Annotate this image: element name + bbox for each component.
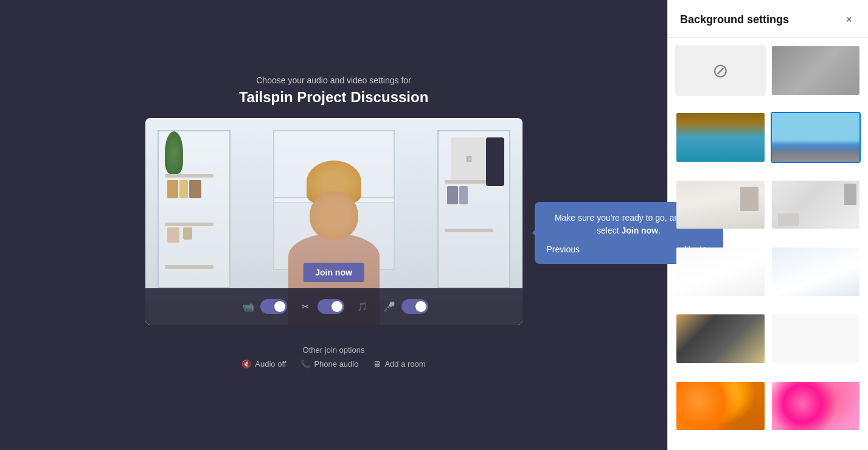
bg-option-bubbles[interactable] bbox=[675, 381, 766, 432]
phone-audio-label: Phone audio bbox=[314, 359, 358, 369]
object bbox=[167, 227, 179, 243]
add-room-icon: 🖥 bbox=[373, 359, 381, 369]
bg-option-white3[interactable] bbox=[771, 313, 861, 364]
bg-option-room1[interactable] bbox=[675, 179, 766, 230]
add-room-option[interactable]: 🖥 Add a room bbox=[373, 359, 425, 369]
mic-toggle[interactable] bbox=[401, 299, 428, 314]
book bbox=[459, 186, 468, 204]
blur-toggle[interactable] bbox=[318, 299, 344, 314]
shelf-left bbox=[158, 130, 231, 288]
shelf-plank bbox=[165, 265, 214, 269]
blur-thumbnail bbox=[772, 46, 860, 95]
person bbox=[273, 161, 395, 306]
previous-button[interactable]: Previous bbox=[547, 244, 580, 254]
video-icon: 📹 bbox=[240, 298, 257, 315]
bg-option-none[interactable]: ⊘ bbox=[675, 45, 766, 96]
join-now-button[interactable]: Join now bbox=[303, 263, 364, 282]
mic-icon: 🎤 bbox=[381, 298, 398, 315]
top-text: Choose your audio and video settings for… bbox=[239, 75, 429, 106]
office1-thumbnail bbox=[676, 113, 765, 162]
room1-thumbnail bbox=[676, 181, 765, 229]
pink-thumbnail bbox=[772, 382, 860, 431]
city-thumbnail bbox=[772, 113, 860, 162]
book bbox=[189, 180, 201, 198]
audio-off-option[interactable]: 🔇 Audio off bbox=[241, 359, 286, 369]
bg-option-blur[interactable] bbox=[771, 45, 861, 96]
object bbox=[183, 227, 192, 240]
video-control-group: 📹 bbox=[240, 298, 287, 315]
bg-option-pink[interactable] bbox=[771, 381, 861, 432]
noise-control-group: 🎵 bbox=[354, 298, 371, 315]
controls-bar: 📹 ✂ 🎵 🎤 bbox=[145, 288, 523, 325]
mic-control-group: 🎤 bbox=[381, 298, 428, 315]
phone-audio-icon: 📞 bbox=[300, 359, 310, 369]
picture-frame: 🖼 bbox=[451, 137, 487, 180]
video-toggle[interactable] bbox=[260, 299, 287, 314]
white3-thumbnail bbox=[772, 314, 860, 363]
audio-off-label: Audio off bbox=[255, 359, 286, 369]
video-preview-wrapper: 🖼 bbox=[145, 118, 523, 325]
bg-option-office1[interactable] bbox=[675, 112, 766, 163]
background-settings-sidebar: Background settings × ⊘ bbox=[667, 0, 868, 450]
shelf-plank bbox=[165, 174, 214, 178]
phone-audio-option[interactable]: 📞 Phone audio bbox=[300, 359, 358, 369]
bg-option-city[interactable] bbox=[771, 112, 861, 163]
book bbox=[167, 180, 178, 198]
bg-option-room2[interactable] bbox=[771, 179, 861, 230]
other-join-section: Other join options 🔇 Audio off 📞 Phone a… bbox=[241, 336, 425, 369]
no-background-icon: ⊘ bbox=[712, 59, 729, 82]
blur-icon: ✂ bbox=[297, 298, 314, 315]
meeting-title: Tailspin Project Discussion bbox=[239, 89, 429, 106]
bubbles-thumbnail bbox=[676, 382, 765, 431]
add-room-label: Add a room bbox=[384, 359, 425, 369]
open-office-thumbnail bbox=[676, 314, 765, 363]
shelf-right: 🖼 bbox=[437, 130, 510, 288]
white2-thumbnail bbox=[772, 248, 860, 296]
bg-option-white1[interactable] bbox=[675, 246, 766, 297]
room2-thumbnail bbox=[772, 181, 860, 229]
jacket bbox=[486, 137, 504, 186]
sidebar-title: Background settings bbox=[680, 13, 789, 26]
other-join-label: Other join options bbox=[241, 345, 425, 355]
noise-icon: 🎵 bbox=[354, 298, 371, 315]
shelf-plank bbox=[445, 229, 493, 232]
subtitle: Choose your audio and video settings for bbox=[239, 75, 429, 85]
video-preview: 🖼 bbox=[145, 118, 523, 325]
join-options-row: 🔇 Audio off 📞 Phone audio 🖥 Add a room bbox=[241, 359, 425, 369]
white1-thumbnail bbox=[676, 248, 765, 296]
book bbox=[179, 180, 188, 198]
shelf-plank bbox=[165, 223, 214, 226]
bg-option-open-office[interactable] bbox=[675, 313, 766, 364]
blur-control-group: ✂ bbox=[297, 298, 344, 315]
close-button[interactable]: × bbox=[842, 12, 856, 27]
plant-decoration bbox=[165, 131, 183, 174]
main-area: Choose your audio and video settings for… bbox=[0, 0, 667, 450]
sidebar-header: Background settings × bbox=[668, 0, 868, 38]
book bbox=[447, 186, 458, 204]
bg-option-white2[interactable] bbox=[771, 246, 861, 297]
audio-off-icon: 🔇 bbox=[241, 359, 251, 369]
